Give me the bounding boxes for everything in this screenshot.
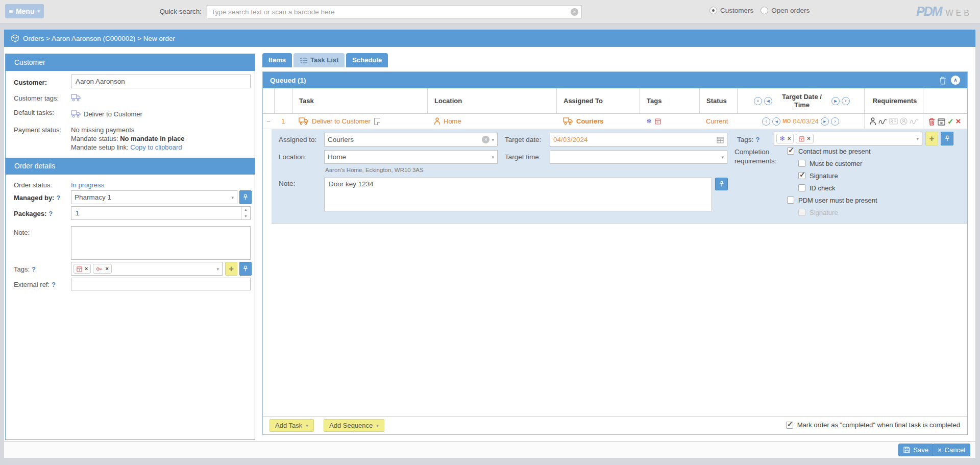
row-date-step-forward-icon[interactable]: ▸ — [821, 117, 829, 126]
row-complete-icon[interactable]: ✓ — [947, 117, 954, 126]
customer-input[interactable] — [71, 75, 251, 88]
order-tags-combo[interactable]: × × ▾ — [71, 262, 223, 276]
order-tag-key-remove-icon[interactable]: × — [105, 266, 108, 272]
tab-schedule-label: Schedule — [352, 53, 382, 67]
date-step-forward-icon[interactable]: ▸ — [831, 97, 840, 105]
req-pdm-signature-icon — [910, 118, 918, 125]
order-tags-label: Tags:? — [14, 265, 36, 273]
task-tags-add-button[interactable]: + — [925, 132, 938, 145]
cancel-button[interactable]: × Cancel — [933, 444, 970, 456]
external-ref-help-icon[interactable]: ? — [52, 281, 56, 288]
packages-spinner: ▲ ▼ — [241, 207, 250, 219]
tab-task-list[interactable]: Task List — [293, 53, 345, 67]
pin-icon — [719, 181, 725, 187]
radio-open-orders[interactable]: Open orders — [761, 7, 810, 14]
task-tag-snowflake-remove-icon[interactable]: × — [788, 136, 791, 141]
task-note-icon[interactable] — [374, 118, 380, 125]
snowflake-tag-icon: ❄ — [779, 135, 785, 142]
external-ref-input[interactable] — [71, 278, 251, 290]
tab-items[interactable]: Items — [262, 53, 292, 67]
packages-input[interactable] — [71, 206, 251, 220]
radio-open-orders-dot[interactable] — [761, 7, 768, 14]
checkbox-box[interactable]: ✓ — [798, 172, 805, 179]
assigned-to-combo[interactable]: Couriers × ▾ — [324, 133, 498, 146]
target-date-input[interactable]: 04/03/2024 — [550, 133, 727, 146]
radio-customers[interactable]: Customers — [709, 7, 753, 14]
logo-web-text: WEB — [946, 9, 972, 18]
quick-search-input[interactable] — [207, 6, 571, 17]
date-step-back-icon[interactable]: ◂ — [764, 97, 772, 105]
row-date-step-forward-all-icon[interactable]: › — [831, 117, 839, 126]
assigned-to-clear-icon[interactable]: × — [482, 136, 489, 143]
packages-spin-up-icon[interactable]: ▲ — [241, 207, 250, 213]
task-tags-label: Tags:? — [737, 136, 760, 143]
row-unschedule-icon[interactable] — [938, 117, 945, 126]
checkbox-box[interactable]: ✓ — [787, 197, 794, 204]
add-sequence-button[interactable]: Add Sequence ▾ — [324, 419, 384, 432]
search-scope-radios: Customers Open orders — [709, 7, 810, 14]
tab-schedule[interactable]: Schedule — [346, 53, 388, 67]
breadcrumb-text: Orders > Aaron Aaronson (C000002) > New … — [23, 35, 175, 42]
checkbox-pdm-user-must-be-present[interactable]: ✓ PDM user must be present — [787, 195, 877, 205]
checkbox-signature[interactable]: ✓ Signature — [798, 171, 838, 180]
checkbox-id-check[interactable]: ✓ ID check — [798, 183, 836, 192]
task-tag-calendar-remove-icon[interactable]: × — [807, 136, 810, 141]
date-step-forward-all-icon[interactable]: › — [842, 97, 850, 105]
header-assigned-to: Assigned To — [556, 88, 640, 113]
add-task-button[interactable]: Add Task ▾ — [270, 419, 314, 432]
managed-by-help-icon[interactable]: ? — [56, 194, 60, 202]
order-note-textarea[interactable] — [71, 226, 251, 260]
menu-button[interactable]: Menu ▾ — [5, 4, 44, 18]
req-pdm-user-icon — [900, 117, 908, 125]
managed-by-select[interactable]: Pharmacy 1 ▾ — [71, 190, 237, 204]
task-tags-help-icon[interactable]: ? — [755, 136, 760, 143]
calendar-picker-icon[interactable] — [717, 136, 724, 143]
checkbox-contact-must-be-present[interactable]: ✓ Contact must be present — [787, 146, 871, 156]
row-date-step-back-icon[interactable]: ◂ — [772, 117, 780, 126]
row-collapse-toggle[interactable]: − — [263, 114, 274, 129]
queue-trash-icon[interactable] — [939, 76, 947, 85]
default-task-truck-icon — [71, 110, 81, 118]
checkbox-box[interactable]: ✓ — [798, 184, 805, 191]
copy-to-clipboard-link[interactable]: Copy to clipboard — [130, 143, 182, 151]
checkbox-box[interactable]: ✓ — [787, 148, 794, 155]
location-label: Location: — [279, 153, 307, 161]
mark-completed-label: Mark order as "completed" when final tas… — [797, 421, 960, 429]
task-note-textarea[interactable]: Door key 1234 — [324, 178, 712, 211]
row-delete-icon[interactable] — [928, 117, 936, 126]
checkbox-box[interactable]: ✓ — [798, 160, 805, 167]
location-combo[interactable]: Home ▾ — [324, 150, 498, 164]
task-list-icon — [300, 57, 307, 63]
save-label: Save — [913, 446, 928, 454]
row-date-step-back-all-icon[interactable]: ‹ — [762, 117, 770, 126]
packages-help-icon[interactable]: ? — [48, 210, 53, 217]
radio-customers-label: Customers — [720, 7, 753, 14]
order-tags-pin-button[interactable] — [239, 262, 252, 276]
target-time-combo[interactable]: ▾ — [550, 150, 727, 164]
pdm-web-logo: PDM WEB — [916, 4, 972, 19]
task-tags-combo[interactable]: ❄ × × ▾ — [774, 132, 922, 145]
header-target-date-label: Target Date / Time — [774, 93, 829, 109]
date-step-back-all-icon[interactable]: ‹ — [754, 97, 762, 105]
assigned-to-value: Couriers — [328, 136, 354, 143]
task-row-1[interactable]: − 1 Deliver to Customer Home Couriers ❄ … — [263, 114, 967, 129]
order-tags-add-button[interactable]: + — [225, 262, 237, 276]
packages-spin-down-icon[interactable]: ▼ — [241, 213, 250, 220]
checkbox-must-be-customer[interactable]: ✓ Must be customer — [798, 159, 862, 168]
mark-completed-row[interactable]: ✓ Mark order as "completed" when final t… — [786, 421, 960, 429]
queue-collapse-icon[interactable]: ∧ — [951, 76, 960, 85]
task-note-pin-button[interactable] — [715, 178, 728, 190]
task-tags-pin-button[interactable] — [941, 132, 953, 145]
save-button[interactable]: Save — [898, 444, 934, 456]
search-clear-icon[interactable]: × — [571, 8, 578, 16]
logo-pdm-text: PDM — [916, 4, 942, 19]
order-tags-help-icon[interactable]: ? — [32, 265, 36, 273]
row-tags-cell: ❄ — [640, 114, 699, 129]
order-tag-calendar-remove-icon[interactable]: × — [85, 266, 88, 272]
managed-by-label: Managed by:? — [14, 194, 60, 202]
mark-completed-checkbox[interactable]: ✓ — [786, 422, 793, 429]
managed-by-pin-button[interactable] — [239, 190, 252, 204]
radio-customers-dot[interactable] — [709, 7, 717, 14]
location-value: Home — [328, 153, 346, 161]
row-cancel-icon[interactable]: × — [956, 117, 961, 126]
